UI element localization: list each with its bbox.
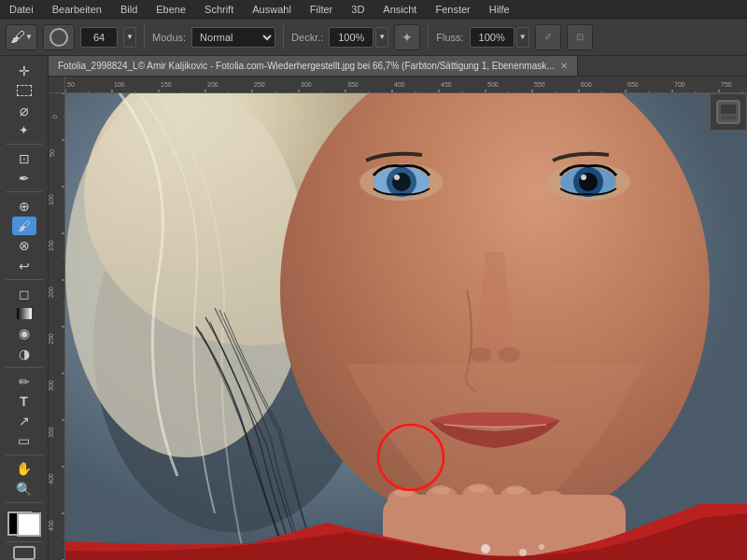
close-tab-icon[interactable]: ✕ xyxy=(560,61,568,71)
ruler-left-svg: 0 50 100 150 200 250 300 350 400 xyxy=(49,93,65,560)
svg-point-109 xyxy=(481,544,490,553)
menu-schrift[interactable]: Schrift xyxy=(199,2,239,17)
options-toolbar: 🖌 ▼ 64 ▼ Modus: Normal Deckr.: 100% ▼ ✦ … xyxy=(0,19,747,56)
svg-text:0: 0 xyxy=(51,115,58,119)
stylus-toggle[interactable]: ✐ xyxy=(535,24,561,50)
tool-text[interactable]: T xyxy=(12,392,36,410)
tool-mask-mode[interactable] xyxy=(13,546,35,559)
move-icon: ✛ xyxy=(19,63,30,78)
canvas-tab[interactable]: Fotolia_2998824_L© Amir Kaljikovic - Fot… xyxy=(49,56,578,76)
opacity-input[interactable]: 100% xyxy=(329,27,374,48)
tool-dodge[interactable]: ◑ xyxy=(12,344,36,362)
svg-text:300: 300 xyxy=(49,380,54,391)
stylus-btn2[interactable]: ⊡ xyxy=(567,24,593,50)
tool-shape[interactable]: ▭ xyxy=(12,432,36,450)
tool-lasso[interactable]: ⌀ xyxy=(12,102,36,119)
menu-ansicht[interactable]: Ansicht xyxy=(377,2,422,17)
menu-bild[interactable]: Bild xyxy=(115,2,143,17)
brush-size-arrow[interactable]: ▼ xyxy=(123,27,136,48)
svg-text:350: 350 xyxy=(347,81,359,88)
tool-hand[interactable]: ✋ xyxy=(12,460,36,478)
svg-rect-101 xyxy=(425,487,458,551)
svg-text:550: 550 xyxy=(534,81,545,88)
svg-text:400: 400 xyxy=(394,81,405,88)
tool-zoom[interactable]: 🔍 xyxy=(12,480,36,497)
tools-panel: ✛ ⌀ ✦ ⊡ ✒ ⊕ 🖌 ⊗ ↩ ◻ xyxy=(0,56,49,560)
tool-quick-select[interactable]: ✦ xyxy=(12,121,36,139)
svg-text:100: 100 xyxy=(49,194,54,205)
menu-3d[interactable]: 3D xyxy=(345,2,370,17)
separator-1 xyxy=(144,25,145,49)
tool-healing[interactable]: ⊕ xyxy=(12,197,36,215)
clone-icon: ⊗ xyxy=(19,238,30,253)
menu-filter[interactable]: Filter xyxy=(304,2,338,17)
canvas-tab-title: Fotolia_2998824_L© Amir Kaljikovic - Fot… xyxy=(58,61,555,71)
brush-size-input[interactable]: 64 xyxy=(80,27,118,48)
brush-size-preview[interactable] xyxy=(43,24,75,50)
ruler-top: 50 100 150 200 250 300 350 400 4 xyxy=(65,77,747,93)
photo-svg xyxy=(65,93,747,560)
tool-preset-picker[interactable]: 🖌 ▼ xyxy=(6,24,37,50)
chevron-down-icon: ▼ xyxy=(25,33,33,41)
shape-icon: ▭ xyxy=(18,433,30,448)
svg-rect-104 xyxy=(537,491,565,550)
lasso-icon: ⌀ xyxy=(20,102,29,119)
svg-text:150: 150 xyxy=(49,240,54,251)
svg-text:250: 250 xyxy=(254,81,265,88)
menu-hilfe[interactable]: Hilfe xyxy=(484,2,515,17)
marquee-icon xyxy=(17,85,32,96)
ruler-left: 0 50 100 150 200 250 300 350 400 xyxy=(49,93,65,560)
svg-point-111 xyxy=(539,544,544,550)
color-swatch[interactable] xyxy=(7,511,41,537)
svg-text:200: 200 xyxy=(207,81,218,88)
airbrush-toggle[interactable]: ✦ xyxy=(394,24,420,50)
svg-text:500: 500 xyxy=(487,81,499,88)
tool-brush[interactable]: 🖌 xyxy=(12,217,36,234)
svg-point-97 xyxy=(470,347,492,362)
tool-crop[interactable]: ⊡ xyxy=(12,149,36,167)
path-select-icon: ↗ xyxy=(19,413,30,428)
image-canvas[interactable] xyxy=(65,93,747,560)
menu-ebene[interactable]: Ebene xyxy=(150,2,191,17)
ruler-top-svg: 50 100 150 200 250 300 350 400 4 xyxy=(65,77,747,93)
svg-point-91 xyxy=(394,175,400,180)
brush-tool-icon: 🖌 xyxy=(18,218,31,233)
opacity-arrow[interactable]: ▼ xyxy=(375,27,388,48)
canvas-container[interactable]: 50 100 150 200 250 300 350 400 4 xyxy=(49,77,747,560)
background-color[interactable] xyxy=(17,512,41,537)
tool-pen[interactable]: ✏ xyxy=(12,372,36,390)
mini-panel[interactable] xyxy=(710,93,747,131)
mode-select[interactable]: Normal xyxy=(191,27,275,48)
tool-eyedropper[interactable]: ✒ xyxy=(12,169,36,187)
flow-arrow[interactable]: ▼ xyxy=(516,27,529,48)
tool-marquee[interactable] xyxy=(12,81,36,99)
crop-icon: ⊡ xyxy=(19,151,30,166)
svg-rect-103 xyxy=(500,487,532,551)
svg-text:450: 450 xyxy=(49,520,54,531)
panel-icon xyxy=(714,98,742,126)
tool-blur[interactable]: ◉ xyxy=(12,325,36,343)
menu-datei[interactable]: Datei xyxy=(4,2,39,17)
tool-clone[interactable]: ⊗ xyxy=(12,237,36,255)
menu-auswahl[interactable]: Auswahl xyxy=(247,2,297,17)
tool-move[interactable]: ✛ xyxy=(12,62,36,79)
tools-separator-6 xyxy=(6,502,43,503)
main-area: ✛ ⌀ ✦ ⊡ ✒ ⊕ 🖌 ⊗ ↩ ◻ xyxy=(0,56,747,560)
svg-point-108 xyxy=(506,485,525,495)
eraser-icon: ◻ xyxy=(19,287,30,301)
menu-bearbeiten[interactable]: Bearbeiten xyxy=(47,2,107,17)
menu-fenster[interactable]: Fenster xyxy=(430,2,475,17)
flow-input[interactable]: 100% xyxy=(470,27,514,48)
tools-separator-4 xyxy=(6,367,43,368)
mode-label: Modus: xyxy=(152,32,186,43)
tool-history-brush[interactable]: ↩ xyxy=(12,257,36,274)
svg-point-96 xyxy=(581,175,586,180)
svg-rect-102 xyxy=(462,485,495,551)
brush-size-circle xyxy=(49,28,68,47)
pen-icon: ✏ xyxy=(19,374,30,389)
tool-eraser[interactable]: ◻ xyxy=(12,285,36,302)
eyedropper-icon: ✒ xyxy=(19,171,30,186)
tool-gradient[interactable] xyxy=(12,304,36,322)
tool-path-select[interactable]: ↗ xyxy=(12,412,36,429)
svg-rect-114 xyxy=(721,105,736,114)
